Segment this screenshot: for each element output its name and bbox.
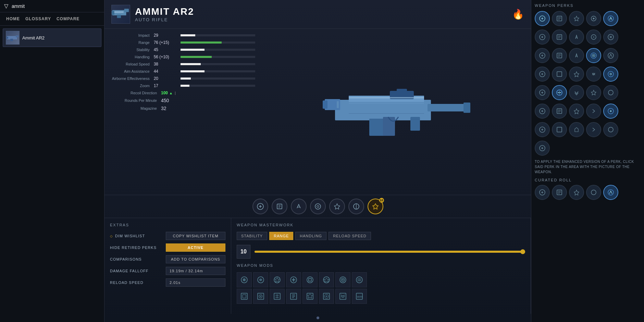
perk-r2-2[interactable]	[569, 29, 584, 45]
perk-r7-4[interactable]	[603, 122, 618, 137]
perk-r6-0[interactable]	[535, 104, 550, 119]
mod-icon-4[interactable]	[302, 272, 318, 287]
mw-level-box: 10	[237, 245, 250, 259]
right-perks-panel: WEAPON PERKS	[531, 0, 644, 322]
perk-r1-4[interactable]	[603, 11, 618, 26]
stat-row-airborne: Airborne Effectiveness 20	[111, 76, 255, 81]
perk-badge-number: 10	[379, 198, 384, 203]
perk-r6-1[interactable]	[552, 104, 567, 119]
masterwork-title: WEAPON MASTERWORK	[237, 223, 525, 227]
mod-icon-7[interactable]	[352, 272, 367, 287]
perk-icon-5[interactable]	[348, 199, 364, 214]
perk-r5-2[interactable]	[569, 85, 584, 100]
mod-icon-r2-4[interactable]	[302, 289, 318, 304]
perk-r5-4[interactable]	[603, 85, 618, 100]
svg-point-60	[593, 18, 595, 20]
perk-r2-4[interactable]	[603, 29, 618, 45]
extra-label-reload-speed: RELOAD SPEED	[110, 281, 163, 285]
perk-r6-3[interactable]	[586, 104, 601, 119]
mod-icon-r2-5[interactable]	[319, 289, 334, 304]
perk-r4-3[interactable]	[586, 67, 601, 82]
perk-r5-1[interactable]	[552, 85, 567, 100]
sidebar-weapon-name: Ammit AR2	[22, 35, 45, 40]
perk-r7-0[interactable]	[535, 122, 550, 137]
perk-r3-3[interactable]	[586, 48, 601, 63]
mod-icon-r2-0[interactable]	[237, 289, 252, 304]
mod-icon-r2-1[interactable]	[253, 289, 268, 304]
perk-r4-4[interactable]	[603, 67, 618, 82]
mods-grid-row1	[237, 272, 525, 287]
perk-r4-2[interactable]	[569, 67, 584, 82]
perk-icon-4[interactable]	[329, 199, 345, 214]
perk-r1-1[interactable]	[552, 11, 567, 26]
perk-r1-2[interactable]	[569, 11, 584, 26]
mod-icon-r2-2[interactable]	[270, 289, 285, 304]
copy-wishlist-button[interactable]: COPY WISHLIST ITEM	[166, 232, 225, 240]
mod-icon-r2-7[interactable]: W/H	[352, 289, 367, 304]
mw-tab-reload[interactable]: RELOAD SPEED	[329, 232, 371, 240]
perk-r2-3[interactable]	[586, 29, 601, 45]
perk-r7-3[interactable]	[586, 122, 601, 137]
perk-r5-0[interactable]	[535, 85, 550, 100]
stat-row-handling: Handling 56 (+10)	[111, 55, 255, 59]
perk-icon-1[interactable]	[272, 199, 287, 214]
curated-icon-1[interactable]	[552, 185, 567, 200]
weapon-body: Impact 29 Range 76 (+15) Stability 45	[104, 29, 531, 195]
mod-icon-1[interactable]	[253, 272, 268, 287]
perk-r1-3[interactable]	[586, 11, 601, 26]
active-button[interactable]: ACTIVE	[166, 243, 225, 252]
curated-icon-2[interactable]	[569, 185, 584, 200]
perk-r3-4[interactable]	[603, 48, 618, 63]
perk-icon-2[interactable]	[291, 199, 307, 214]
mw-tab-handling[interactable]: HANDLING	[295, 232, 326, 240]
perk-r7-1[interactable]	[552, 122, 567, 137]
search-input[interactable]	[12, 3, 100, 9]
perk-r4-1[interactable]	[552, 67, 567, 82]
perk-r4-0[interactable]	[535, 67, 550, 82]
mod-icon-r2-6[interactable]	[335, 289, 350, 304]
mod-icon-0[interactable]	[237, 272, 252, 287]
stat-label-zoom: Zoom	[111, 84, 154, 88]
perk-r2-0[interactable]	[535, 29, 550, 45]
stat-bar-range	[181, 41, 222, 44]
stat-bar-aim	[181, 70, 205, 72]
stat-label-recoil: Recoil Direction	[111, 91, 161, 95]
perk-r2-1[interactable]	[552, 29, 567, 45]
perk-r5-3[interactable]	[586, 85, 601, 100]
nav-compare[interactable]: COMPARE	[54, 15, 82, 23]
svg-marker-31	[373, 204, 378, 209]
reload-speed-value: 2.01s	[166, 278, 225, 287]
stat-value-range: 76 (+15)	[154, 40, 178, 45]
perks-row: 10	[104, 195, 531, 218]
mod-icon-3[interactable]	[286, 272, 301, 287]
extras-panel: EXTRAS ◇ DIM WISHLIST COPY WISHLIST ITEM…	[104, 218, 231, 314]
sidebar-weapon-item[interactable]: Ammit AR2	[3, 28, 101, 47]
perk-r3-0[interactable]	[535, 48, 550, 63]
perk-r1-0[interactable]	[535, 11, 550, 26]
mw-slider[interactable]	[255, 251, 525, 253]
perk-r8-0[interactable]	[535, 141, 550, 156]
mw-tab-range[interactable]: RANGE	[269, 232, 293, 240]
nav-glossary[interactable]: GLOSSARY	[23, 15, 54, 23]
stat-value-magazine: 32	[161, 106, 166, 111]
mw-tab-stability[interactable]: STABILITY	[237, 232, 267, 240]
curated-icon-4[interactable]	[603, 185, 618, 200]
perk-r3-1[interactable]	[552, 48, 567, 63]
mod-icon-r2-3[interactable]	[286, 289, 301, 304]
perk-icon-3[interactable]	[310, 199, 326, 214]
add-to-comparisons-button[interactable]: ADD TO COMPARISONS	[166, 255, 225, 263]
stat-value-reload: 38	[154, 62, 178, 67]
perk-r6-2[interactable]	[569, 104, 584, 119]
curated-icon-0[interactable]	[535, 185, 550, 200]
perk-icon-6[interactable]: 10	[368, 199, 383, 214]
perk-r3-2[interactable]	[569, 48, 584, 63]
mod-icon-5[interactable]	[319, 272, 334, 287]
perk-r6-4[interactable]	[603, 104, 618, 119]
weapon-main-title: AMMIT AR2	[135, 6, 507, 17]
curated-icon-3[interactable]	[586, 185, 601, 200]
mod-icon-2[interactable]	[270, 272, 285, 287]
mod-icon-6[interactable]	[335, 272, 350, 287]
perk-r7-2[interactable]	[569, 122, 584, 137]
nav-home[interactable]: HOME	[3, 15, 23, 23]
perk-icon-0[interactable]	[252, 199, 268, 214]
